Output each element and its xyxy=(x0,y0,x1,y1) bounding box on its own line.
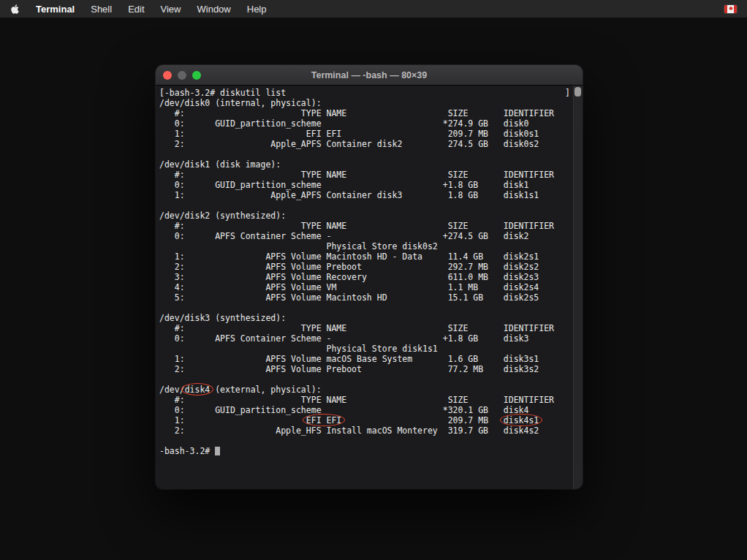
terminal-line: 1: APFS Volume macOS Base System 1.6 GB … xyxy=(159,354,571,364)
terminal-line xyxy=(159,200,571,211)
terminal-line xyxy=(159,436,571,446)
terminal-line: 2: APFS Volume Preboot 77.2 MB disk3s2 xyxy=(159,364,571,374)
terminal-line xyxy=(159,149,571,159)
input-source-flag-icon[interactable] xyxy=(724,5,737,13)
terminal-line: 0: GUID_partition_scheme +1.8 GB disk1 xyxy=(159,180,571,190)
terminal-line: 0: GUID_partition_scheme *274.9 GB disk0 xyxy=(159,118,571,129)
terminal-line xyxy=(159,374,571,385)
terminal-line: #: TYPE NAME SIZE IDENTIFIER xyxy=(159,170,571,180)
terminal-output: [-bash-3.2# diskutil list/dev/disk0 (int… xyxy=(159,88,571,456)
terminal-line: 3: APFS Volume Recovery 611.0 MB disk2s3 xyxy=(159,272,571,282)
terminal-line: 0: APFS Container Scheme - +1.8 GB disk3 xyxy=(159,333,571,344)
terminal-line xyxy=(159,303,571,313)
terminal-line: 0: APFS Container Scheme - +274.5 GB dis… xyxy=(159,231,571,241)
flag-red-band xyxy=(734,5,737,13)
minimize-button[interactable] xyxy=(178,71,186,80)
menu-item-view[interactable]: View xyxy=(161,4,181,15)
terminal-line: /dev/disk1 (disk image): xyxy=(159,159,571,170)
terminal-line: #: TYPE NAME SIZE IDENTIFIER xyxy=(159,395,571,405)
terminal-line: Physical Store disk1s1 xyxy=(159,344,571,354)
desktop: Terminal ShellEditViewWindowHelp Termina… xyxy=(0,0,747,560)
annotation-circle: disk4s1 xyxy=(504,415,539,425)
annotation-circle: disk4 xyxy=(185,385,211,395)
annotation-circle: EFI EFI xyxy=(306,415,341,425)
apple-icon xyxy=(10,4,20,15)
terminal-line: /dev/disk2 (synthesized): xyxy=(159,211,571,221)
terminal-line: Physical Store disk0s2 xyxy=(159,241,571,251)
close-button[interactable] xyxy=(163,71,172,80)
terminal-window: Terminal — -bash — 80×39 [-bash-3.2# dis… xyxy=(156,65,583,489)
terminal-content[interactable]: [-bash-3.2# diskutil list/dev/disk0 (int… xyxy=(156,86,583,489)
scrollbar[interactable] xyxy=(573,86,583,489)
terminal-cursor xyxy=(215,447,220,455)
title-bar[interactable]: Terminal — -bash — 80×39 xyxy=(156,65,583,86)
menu-items: ShellEditViewWindowHelp xyxy=(91,4,266,15)
terminal-line: 1: EFI EFI 209.7 MB disk0s1 xyxy=(159,129,571,139)
terminal-line: 5: APFS Volume Macintosh HD 15.1 GB disk… xyxy=(159,292,571,303)
terminal-line: -bash-3.2# xyxy=(159,446,571,456)
window-title: Terminal — -bash — 80×39 xyxy=(311,70,428,80)
terminal-line: /dev/disk4 (external, physical): xyxy=(159,385,571,395)
terminal-line: 1: APFS Volume Macintosh HD - Data 11.4 … xyxy=(159,251,571,262)
terminal-line: 4: APFS Volume VM 1.1 MB disk2s4 xyxy=(159,282,571,292)
menu-item-help[interactable]: Help xyxy=(247,4,267,15)
terminal-line: 1: EFI EFI 209.7 MB disk4s1 xyxy=(159,415,571,425)
terminal-line: /dev/disk0 (internal, physical): xyxy=(159,98,571,108)
terminal-line: 2: APFS Volume Preboot 292.7 MB disk2s2 xyxy=(159,262,571,272)
menu-item-shell[interactable]: Shell xyxy=(91,4,112,15)
command-mark: ] xyxy=(565,88,570,98)
menu-item-edit[interactable]: Edit xyxy=(128,4,144,15)
terminal-line: #: TYPE NAME SIZE IDENTIFIER xyxy=(159,108,571,118)
terminal-line: #: TYPE NAME SIZE IDENTIFIER xyxy=(159,323,571,333)
terminal-line: 2: Apple_HFS Install macOS Monterey 319.… xyxy=(159,425,571,436)
scrollbar-thumb[interactable] xyxy=(575,87,581,97)
window-controls xyxy=(163,65,201,85)
terminal-line: 2: Apple_APFS Container disk2 274.5 GB d… xyxy=(159,139,571,149)
terminal-line: 1: Apple_APFS Container disk3 1.8 GB dis… xyxy=(159,190,571,200)
menu-bar: Terminal ShellEditViewWindowHelp xyxy=(0,0,747,18)
terminal-line: /dev/disk3 (synthesized): xyxy=(159,313,571,323)
terminal-line: #: TYPE NAME SIZE IDENTIFIER xyxy=(159,221,571,231)
flag-white-band xyxy=(727,5,734,13)
maple-leaf-icon xyxy=(728,6,734,12)
menu-item-terminal[interactable]: Terminal xyxy=(36,4,75,15)
terminal-text: -bash-3.2# xyxy=(159,446,215,456)
zoom-button[interactable] xyxy=(192,71,201,80)
terminal-line: 0: GUID_partition_scheme *320.1 GB disk4 xyxy=(159,405,571,415)
apple-menu[interactable] xyxy=(10,4,20,15)
menu-item-window[interactable]: Window xyxy=(197,4,231,15)
terminal-line: [-bash-3.2# diskutil list xyxy=(159,88,571,98)
